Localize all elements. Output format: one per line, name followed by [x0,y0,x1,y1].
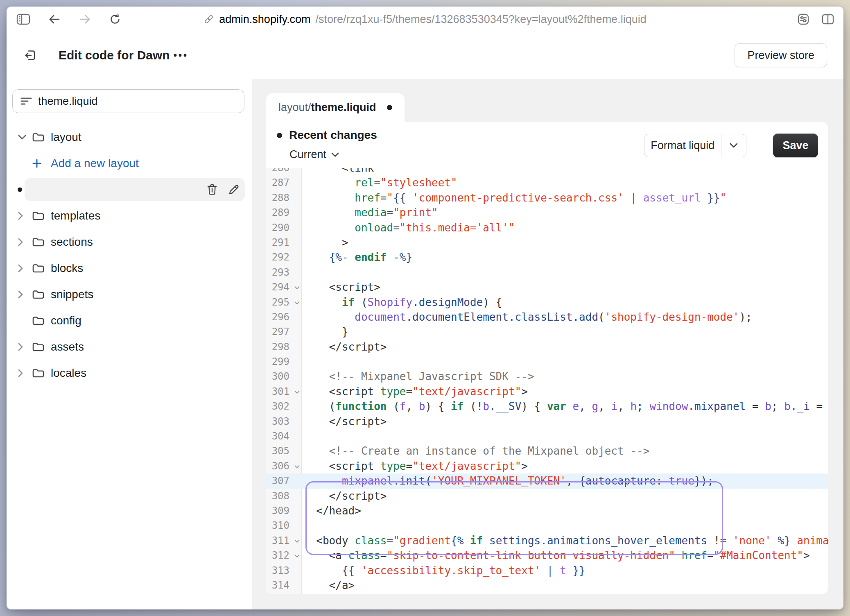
chevron-right-icon[interactable] [18,238,23,246]
split-view-icon[interactable] [821,14,834,25]
code-text: > [302,235,828,250]
exit-icon[interactable] [23,48,37,62]
file-search-input[interactable]: theme.liquid [12,89,244,113]
code-line-296[interactable]: 296 document.documentElement.classList.a… [266,310,828,324]
code-line-299[interactable]: 299 [266,354,828,369]
line-number: 301 [266,384,302,399]
fold-chevron-icon[interactable] [294,286,300,290]
chevron-right-icon[interactable] [18,264,23,272]
sidebar-item-label: snippets [51,288,93,301]
code-text: (function (f, b) { if (!b.__SV) { var e,… [302,399,828,414]
save-button[interactable]: Save [773,134,818,157]
code-line-313[interactable]: 313 {{ 'accessibility.skip_to_text' | t … [266,563,828,578]
code-editor[interactable]: 286 <link287 rel="stylesheet"288 href="{… [266,168,828,594]
code-line-295[interactable]: 295 if (Shopify.designMode) { [266,295,828,310]
sidebar-item-label: sections [51,236,93,249]
line-number: 290 [266,220,302,235]
code-line-308[interactable]: 308 </script> [266,489,828,503]
sidebar-item-config[interactable]: config [7,309,252,332]
tab-path-prefix: layout/ [278,101,311,114]
code-line-314[interactable]: 314 </a> [266,578,828,593]
browser-settings-icon[interactable] [797,13,810,26]
code-line-298[interactable]: 298 </script> [266,340,828,354]
code-text: } [302,324,828,339]
folder-icon [32,132,45,143]
code-line-293[interactable]: 293 [266,265,828,280]
code-text: </script> [302,340,828,354]
line-number: 288 [266,190,302,205]
sidebar-toggle-icon[interactable] [16,14,30,25]
format-options-button[interactable] [721,134,746,157]
folder-icon [32,263,45,274]
link-icon [203,14,214,25]
sidebar-item-theme-liquid[interactable]: </>theme.liquid [7,178,252,201]
trash-icon[interactable] [207,184,217,195]
fold-chevron-icon[interactable] [294,539,300,543]
file-tree: layoutAdd a new layout</>theme.liquidtem… [7,126,252,388]
line-number: 296 [266,310,302,324]
line-number: 304 [266,429,302,444]
preview-store-button[interactable]: Preview store [735,43,827,67]
format-liquid-button[interactable]: Format liquid [644,134,746,157]
code-line-287[interactable]: 287 rel="stylesheet" [266,175,828,190]
code-line-300[interactable]: 300 <!-- Mixpanel Javascript SDK --> [266,369,828,384]
sidebar-item-blocks[interactable]: blocks [7,257,252,280]
unsaved-dot [387,105,392,110]
fold-chevron-icon[interactable] [294,390,300,394]
chevron-down-icon[interactable] [18,135,26,140]
code-line-311[interactable]: 311 <body class="gradient{% if settings.… [266,533,828,548]
sidebar-item-templates[interactable]: templates [7,204,252,227]
code-line-305[interactable]: 305 <!-- Create an instance of the Mixpa… [266,444,828,458]
version-dropdown[interactable]: Current [289,148,339,161]
fold-chevron-icon[interactable] [294,465,300,469]
panel-header: Recent changes Current Format liquid Sav… [266,122,828,168]
code-text: rel="stylesheet" [302,175,828,190]
back-icon[interactable] [48,14,61,25]
tab-theme-liquid[interactable]: layout/theme.liquid [266,93,405,122]
code-text: </a> [302,578,828,593]
chevron-right-icon[interactable] [18,290,23,299]
code-line-309[interactable]: 309 </head> [266,503,828,518]
code-text: {%- endif -%} [302,250,828,265]
chevron-right-icon[interactable] [18,343,23,351]
code-line-286[interactable]: 286 <link [266,168,828,175]
editor-area: layout/theme.liquid Recent changes Curre… [252,79,843,609]
code-line-291[interactable]: 291 > [266,235,828,250]
rename-file-button[interactable] [228,184,240,195]
pencil-icon[interactable] [228,184,240,195]
code-line-304[interactable]: 304 [266,429,828,444]
code-line-306[interactable]: 306 <script type="text/javascript"> [266,459,828,473]
code-line-292[interactable]: 292 {%- endif -%} [266,250,828,265]
url-bar[interactable]: admin.shopify.com/store/rzq1xu-f5/themes… [203,13,646,26]
sidebar-item-layout[interactable]: layout [7,126,252,149]
code-line-302[interactable]: 302 (function (f, b) { if (!b.__SV) { va… [266,399,828,414]
code-line-294[interactable]: 294 <script> [266,280,828,294]
sidebar-action-add-a-new-layout[interactable]: Add a new layout [7,152,252,175]
more-actions-icon[interactable] [172,53,188,58]
delete-file-button[interactable] [207,184,217,195]
code-text: <!-- Create an instance of the Mixpanel … [302,444,828,458]
fold-chevron-icon[interactable] [294,301,300,305]
code-line-289[interactable]: 289 media="print" [266,205,828,220]
reload-icon[interactable] [109,13,121,25]
code-line-310[interactable]: 310 [266,518,828,533]
code-line-288[interactable]: 288 href="{{ 'component-predictive-searc… [266,190,828,205]
chevron-right-icon[interactable] [18,212,23,220]
sidebar-item-locales[interactable]: locales [7,362,252,385]
code-text: <script type="text/javascript"> [302,384,828,399]
code-line-290[interactable]: 290 onload="this.media='all'" [266,220,828,235]
code-line-303[interactable]: 303 </script> [266,414,828,429]
code-line-297[interactable]: 297 } [266,324,828,339]
format-liquid-label: Format liquid [644,134,721,157]
unsaved-file-dot [18,188,22,192]
code-text: if (Shopify.designMode) { [302,295,828,310]
sidebar-item-snippets[interactable]: snippets [7,283,252,306]
code-line-307[interactable]: 307 mixpanel.init('YOUR_MIXPANEL_TOKEN',… [266,473,828,488]
code-line-312[interactable]: 312 <a class="skip-to-content-link butto… [266,548,828,563]
fold-chevron-icon[interactable] [294,555,300,558]
code-line-301[interactable]: 301 <script type="text/javascript"> [266,384,828,399]
sidebar-item-assets[interactable]: assets [7,335,252,358]
chevron-right-icon[interactable] [18,369,23,377]
sidebar-item-sections[interactable]: sections [7,231,252,254]
code-text: <script type="text/javascript"> [302,459,828,473]
